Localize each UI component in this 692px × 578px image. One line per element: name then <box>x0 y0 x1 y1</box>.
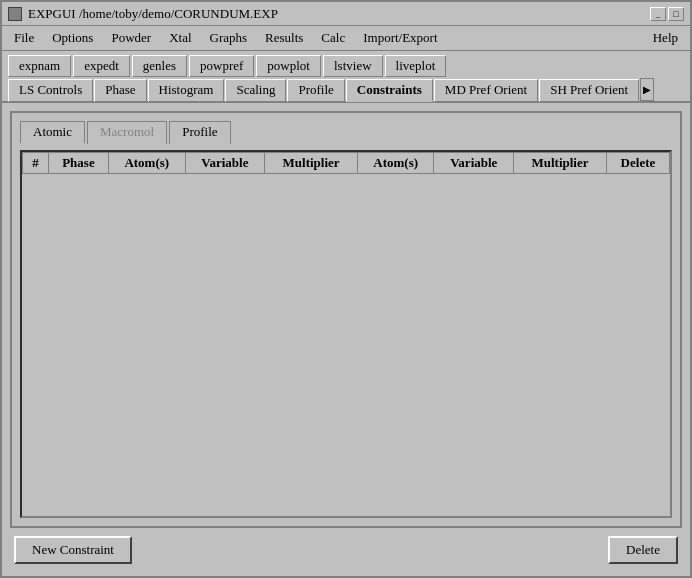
bottom-bar: New Constraint Delete <box>10 528 682 568</box>
table-header-row: # Phase Atom(s) Variable Multiplier Atom… <box>23 153 670 174</box>
menu-file[interactable]: File <box>6 28 42 48</box>
inner-tab-profile[interactable]: Profile <box>169 121 230 144</box>
col-header-atoms1: Atom(s) <box>109 153 185 174</box>
main-window: EXPGUI /home/toby/demo/CORUNDUM.EXP _ □ … <box>0 0 692 578</box>
constraints-panel: Atomic Macromol Profile # Phase Atom(s) … <box>10 111 682 528</box>
col-header-atoms2: Atom(s) <box>357 153 433 174</box>
window-icon <box>8 7 22 21</box>
menu-powder[interactable]: Powder <box>103 28 159 48</box>
menu-calc[interactable]: Calc <box>313 28 353 48</box>
title-bar: EXPGUI /home/toby/demo/CORUNDUM.EXP _ □ <box>2 2 690 26</box>
col-header-num: # <box>23 153 49 174</box>
new-constraint-button[interactable]: New Constraint <box>14 536 132 564</box>
menu-help[interactable]: Help <box>645 28 686 48</box>
tab-constraints[interactable]: Constraints <box>346 79 433 102</box>
tab-lstview[interactable]: lstview <box>323 55 383 77</box>
tab-row-2: LS Controls Phase Histogram Scaling Prof… <box>2 76 690 103</box>
col-header-phase: Phase <box>48 153 108 174</box>
menu-results[interactable]: Results <box>257 28 311 48</box>
tab-histogram[interactable]: Histogram <box>148 79 225 102</box>
col-header-variable2: Variable <box>434 153 514 174</box>
minimize-button[interactable]: _ <box>650 7 666 21</box>
tab-md-pref-orient[interactable]: MD Pref Orient <box>434 79 538 102</box>
col-header-multiplier1: Multiplier <box>265 153 358 174</box>
col-header-multiplier2: Multiplier <box>514 153 607 174</box>
tab-liveplot[interactable]: liveplot <box>385 55 447 77</box>
tab-scaling[interactable]: Scaling <box>225 79 286 102</box>
title-bar-controls: _ □ <box>650 7 684 21</box>
content-area: Atomic Macromol Profile # Phase Atom(s) … <box>2 103 690 576</box>
maximize-button[interactable]: □ <box>668 7 684 21</box>
menu-options[interactable]: Options <box>44 28 101 48</box>
inner-tab-atomic[interactable]: Atomic <box>20 121 85 144</box>
inner-tab-row: Atomic Macromol Profile <box>20 121 672 144</box>
menu-bar: File Options Powder Xtal Graphs Results … <box>2 26 690 51</box>
tab-powplot[interactable]: powplot <box>256 55 321 77</box>
tab-sh-pref-orient[interactable]: SH Pref Orient <box>539 79 639 102</box>
menu-import-export[interactable]: Import/Export <box>355 28 445 48</box>
tab-powpref[interactable]: powpref <box>189 55 254 77</box>
menu-graphs[interactable]: Graphs <box>202 28 256 48</box>
constraint-table-area: # Phase Atom(s) Variable Multiplier Atom… <box>20 150 672 518</box>
delete-button[interactable]: Delete <box>608 536 678 564</box>
tab-expnam[interactable]: expnam <box>8 55 71 77</box>
col-header-variable1: Variable <box>185 153 265 174</box>
window-title: EXPGUI /home/toby/demo/CORUNDUM.EXP <box>28 6 644 22</box>
tab-expedt[interactable]: expedt <box>73 55 130 77</box>
col-header-delete: Delete <box>606 153 669 174</box>
tab-genles[interactable]: genles <box>132 55 187 77</box>
tab-ls-controls[interactable]: LS Controls <box>8 79 93 102</box>
inner-tab-macromol: Macromol <box>87 121 167 144</box>
tab-phase[interactable]: Phase <box>94 79 146 102</box>
constraint-table: # Phase Atom(s) Variable Multiplier Atom… <box>22 152 670 174</box>
tab-scroll-right[interactable]: ▶ <box>640 78 654 101</box>
menu-xtal[interactable]: Xtal <box>161 28 199 48</box>
tab-row-1: expnam expedt genles powpref powplot lst… <box>2 51 690 76</box>
tab-profile[interactable]: Profile <box>287 79 344 102</box>
